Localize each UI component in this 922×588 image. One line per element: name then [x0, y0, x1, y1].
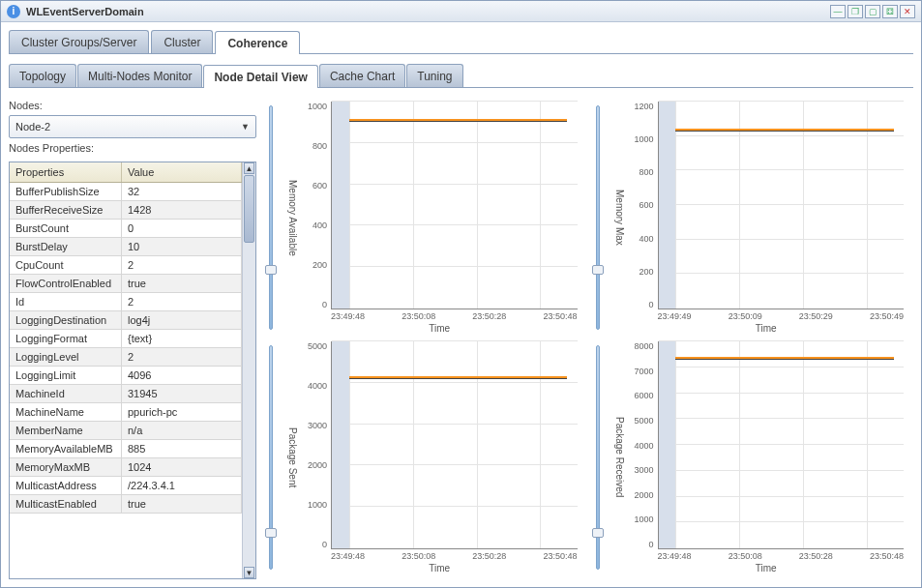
yaxis: 02004006008001000 — [302, 102, 331, 309]
range-slider[interactable] — [264, 339, 278, 575]
outer-tab-2[interactable]: Coherence — [215, 31, 300, 54]
cell-prop: MulticastEnabled — [10, 495, 122, 513]
chevron-down-icon: ▼ — [241, 122, 250, 132]
titlebar: i WLEventServerDomain — ❐ ▢ ⚃ ✕ — [1, 1, 921, 22]
charts-pane: Memory Available0200400600800100023:49:4… — [264, 96, 913, 579]
table-row[interactable]: FlowControlEnabledtrue — [10, 275, 242, 293]
node-select[interactable]: Node-2 ▼ — [9, 115, 256, 138]
yaxis: 010002000300040005000600070008000 — [629, 341, 658, 549]
table-row[interactable]: MulticastAddress/224.3.4.1 — [10, 477, 242, 495]
scroll-up-icon[interactable]: ▲ — [244, 162, 254, 174]
chart-ylabel: Package Sent — [285, 339, 300, 575]
inner-tab-3[interactable]: Cache Chart — [319, 64, 405, 87]
cell-prop: LoggingLimit — [10, 367, 122, 384]
table-row[interactable]: MemoryMaxMB1024 — [10, 458, 242, 477]
table-scrollbar[interactable]: ▲ ▼ — [242, 162, 255, 578]
slider-handle[interactable] — [592, 265, 604, 275]
table-row[interactable]: LoggingLevel2 — [10, 348, 242, 367]
th-value[interactable]: Value — [122, 162, 242, 182]
cell-val: n/a — [122, 422, 242, 439]
slider-track — [596, 105, 600, 330]
cell-val: {text} — [122, 330, 242, 347]
chart-ylabel: Memory Available — [285, 100, 300, 336]
table-row[interactable]: BurstCount0 — [10, 220, 242, 238]
cell-prop: LoggingDestination — [10, 311, 122, 329]
data-line — [675, 357, 894, 360]
cell-val: 1024 — [122, 458, 242, 476]
scroll-thumb[interactable] — [244, 175, 254, 243]
cell-prop: MachineId — [10, 385, 122, 402]
window-minimize-button[interactable]: — — [830, 5, 846, 18]
plot-wrap: 01000200030004000500023:49:4823:50:0823:… — [300, 339, 583, 575]
slider-handle[interactable] — [592, 528, 604, 538]
window-close-button[interactable]: ✕ — [900, 5, 915, 18]
table-row[interactable]: Id2 — [10, 293, 242, 311]
plot-wrap: 01000200030004000500060007000800023:49:4… — [627, 339, 910, 575]
slider-handle[interactable] — [265, 265, 277, 275]
chart-xlabel: Time — [629, 563, 905, 573]
outer-tab-1[interactable]: Cluster — [151, 30, 213, 53]
table-row[interactable]: BufferPublishSize32 — [10, 183, 242, 201]
properties-table: Properties Value BufferPublishSize32Buff… — [9, 162, 256, 579]
cell-prop: LoggingFormat — [10, 330, 122, 347]
inner-tab-1[interactable]: Multi-Nodes Monitor — [77, 64, 202, 87]
table-row[interactable]: LoggingFormat{text} — [10, 330, 242, 348]
cell-prop: MemoryAvailableMB — [10, 440, 122, 457]
cell-prop: BufferReceiveSize — [10, 201, 122, 219]
inner-tab-4[interactable]: Tuning — [406, 64, 462, 87]
window-pop-button[interactable]: ⚃ — [882, 5, 898, 18]
range-slider[interactable] — [264, 100, 278, 336]
chart-ylabel: Package Received — [612, 339, 627, 575]
table-row[interactable]: LoggingDestinationlog4j — [10, 311, 242, 330]
chart-ylabel: Memory Max — [612, 100, 627, 336]
yaxis: 010002000300040005000 — [302, 341, 331, 549]
window: i WLEventServerDomain — ❐ ▢ ⚃ ✕ Cluster … — [0, 0, 922, 588]
table-row[interactable]: MemberNamen/a — [10, 422, 242, 440]
table-row[interactable]: MachineId31945 — [10, 385, 242, 403]
cell-prop: BurstDelay — [10, 238, 122, 255]
slider-handle[interactable] — [265, 528, 277, 538]
data-line — [349, 119, 568, 122]
window-restore-button[interactable]: ❐ — [848, 5, 863, 18]
plot-area[interactable] — [658, 341, 905, 549]
cell-prop: MulticastAddress — [10, 477, 122, 494]
table-row[interactable]: LoggingLimit4096 — [10, 367, 242, 385]
outer-tab-0[interactable]: Cluster Groups/Server — [9, 30, 149, 53]
table-row[interactable]: MulticastEnabledtrue — [10, 495, 242, 514]
xaxis: 23:49:4923:50:0923:50:2923:50:49 — [629, 309, 905, 323]
cell-prop: FlowControlEnabled — [10, 275, 122, 292]
xaxis: 23:49:4823:50:0823:50:2823:50:48 — [302, 549, 578, 563]
plot-area[interactable] — [658, 102, 905, 309]
cell-val: 2 — [122, 348, 242, 366]
range-slider[interactable] — [591, 339, 605, 575]
inner-tab-0[interactable]: Topology — [9, 64, 76, 87]
table-body-wrap: Properties Value BufferPublishSize32Buff… — [10, 162, 242, 578]
cell-val: 4096 — [122, 367, 242, 384]
plot-wrap: 02004006008001000120023:49:4923:50:0923:… — [627, 100, 910, 336]
cell-val: true — [122, 275, 242, 292]
slider-track — [269, 105, 273, 330]
inner-tabs-wrap: TopologyMulti-Nodes MonitorNode Detail V… — [9, 54, 913, 88]
left-pane: Nodes: Node-2 ▼ Nodes Properties: Proper… — [9, 96, 256, 579]
outer-tabs: Cluster Groups/ServerClusterCoherence — [9, 30, 913, 54]
cell-val: log4j — [122, 311, 242, 329]
content: Cluster Groups/ServerClusterCoherence To… — [1, 22, 921, 587]
table-row[interactable]: CpuCount2 — [10, 256, 242, 275]
window-maximize-button[interactable]: ▢ — [865, 5, 880, 18]
inner-tab-2[interactable]: Node Detail View — [203, 65, 317, 88]
table-row[interactable]: BurstDelay10 — [10, 238, 242, 256]
plot-wrap: 0200400600800100023:49:4823:50:0823:50:2… — [300, 100, 583, 336]
chart-xlabel: Time — [302, 563, 578, 573]
th-properties[interactable]: Properties — [10, 162, 122, 182]
table-row[interactable]: MachineNameppurich-pc — [10, 403, 242, 422]
table-header: Properties Value — [10, 162, 242, 183]
cell-val: /224.3.4.1 — [122, 477, 242, 494]
plot-area[interactable] — [331, 341, 578, 549]
scroll-down-icon[interactable]: ▼ — [244, 567, 254, 578]
table-row[interactable]: BufferReceiveSize1428 — [10, 201, 242, 220]
plot-area[interactable] — [331, 102, 578, 309]
yaxis: 020040060080010001200 — [629, 102, 658, 309]
range-slider[interactable] — [591, 100, 605, 336]
table-row[interactable]: MemoryAvailableMB885 — [10, 440, 242, 458]
cell-val: 10 — [122, 238, 242, 255]
